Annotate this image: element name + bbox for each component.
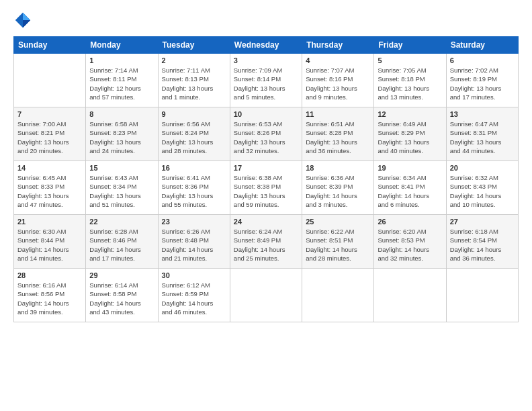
calendar-cell: 11Sunrise: 6:51 AM Sunset: 8:28 PM Dayli… <box>302 107 374 161</box>
day-info: Sunrise: 7:09 AM Sunset: 8:14 PM Dayligh… <box>234 66 298 101</box>
calendar-cell: 7Sunrise: 7:00 AM Sunset: 8:21 PM Daylig… <box>14 107 86 161</box>
column-header-sunday: Sunday <box>14 37 86 54</box>
day-number: 20 <box>450 164 515 172</box>
day-info: Sunrise: 7:00 AM Sunset: 8:21 PM Dayligh… <box>17 120 82 155</box>
day-number: 9 <box>162 110 226 118</box>
calendar-cell: 19Sunrise: 6:34 AM Sunset: 8:41 PM Dayli… <box>374 161 446 215</box>
calendar-cell: 21Sunrise: 6:30 AM Sunset: 8:44 PM Dayli… <box>14 215 86 269</box>
calendar-table: SundayMondayTuesdayWednesdayThursdayFrid… <box>13 36 519 322</box>
calendar-cell: 27Sunrise: 6:18 AM Sunset: 8:54 PM Dayli… <box>446 215 518 269</box>
calendar-cell: 28Sunrise: 6:16 AM Sunset: 8:56 PM Dayli… <box>14 269 86 322</box>
day-info: Sunrise: 6:30 AM Sunset: 8:44 PM Dayligh… <box>17 227 82 263</box>
column-header-friday: Friday <box>374 37 446 54</box>
day-number: 23 <box>162 218 226 226</box>
day-number: 1 <box>89 56 154 64</box>
calendar-cell <box>14 54 86 107</box>
day-info: Sunrise: 6:24 AM Sunset: 8:49 PM Dayligh… <box>234 227 298 263</box>
calendar-week-4: 21Sunrise: 6:30 AM Sunset: 8:44 PM Dayli… <box>14 215 519 269</box>
day-number: 12 <box>378 110 442 118</box>
day-number: 21 <box>17 218 82 226</box>
logo <box>13 11 35 30</box>
svg-marker-1 <box>23 13 30 20</box>
day-info: Sunrise: 6:26 AM Sunset: 8:48 PM Dayligh… <box>162 227 226 263</box>
calendar-header-row: SundayMondayTuesdayWednesdayThursdayFrid… <box>14 37 519 54</box>
day-info: Sunrise: 6:36 AM Sunset: 8:39 PM Dayligh… <box>306 173 370 209</box>
day-number: 28 <box>17 271 82 279</box>
calendar-cell: 13Sunrise: 6:47 AM Sunset: 8:31 PM Dayli… <box>446 107 518 161</box>
day-info: Sunrise: 7:14 AM Sunset: 8:11 PM Dayligh… <box>89 66 154 101</box>
calendar-cell: 9Sunrise: 6:56 AM Sunset: 8:24 PM Daylig… <box>158 107 230 161</box>
calendar-cell: 24Sunrise: 6:24 AM Sunset: 8:49 PM Dayli… <box>230 215 302 269</box>
calendar-cell: 23Sunrise: 6:26 AM Sunset: 8:48 PM Dayli… <box>158 215 230 269</box>
calendar-cell <box>374 269 446 322</box>
calendar-cell: 15Sunrise: 6:43 AM Sunset: 8:34 PM Dayli… <box>86 161 158 215</box>
day-info: Sunrise: 7:05 AM Sunset: 8:18 PM Dayligh… <box>378 66 442 101</box>
day-info: Sunrise: 7:07 AM Sunset: 8:16 PM Dayligh… <box>306 66 370 101</box>
day-info: Sunrise: 6:47 AM Sunset: 8:31 PM Dayligh… <box>450 120 515 155</box>
day-number: 29 <box>89 271 154 279</box>
calendar-cell: 29Sunrise: 6:14 AM Sunset: 8:58 PM Dayli… <box>86 269 158 322</box>
day-number: 6 <box>450 56 515 64</box>
calendar-week-2: 7Sunrise: 7:00 AM Sunset: 8:21 PM Daylig… <box>14 107 519 161</box>
day-number: 7 <box>17 110 82 118</box>
calendar-cell <box>302 269 374 322</box>
day-number: 5 <box>378 56 442 64</box>
day-info: Sunrise: 6:28 AM Sunset: 8:46 PM Dayligh… <box>89 227 154 263</box>
calendar-cell: 4Sunrise: 7:07 AM Sunset: 8:16 PM Daylig… <box>302 54 374 107</box>
day-info: Sunrise: 6:56 AM Sunset: 8:24 PM Dayligh… <box>162 120 226 155</box>
day-number: 14 <box>17 164 82 172</box>
calendar-cell: 16Sunrise: 6:41 AM Sunset: 8:36 PM Dayli… <box>158 161 230 215</box>
calendar-cell: 26Sunrise: 6:20 AM Sunset: 8:53 PM Dayli… <box>374 215 446 269</box>
calendar-cell: 20Sunrise: 6:32 AM Sunset: 8:43 PM Dayli… <box>446 161 518 215</box>
day-number: 4 <box>306 56 370 64</box>
day-number: 22 <box>89 218 154 226</box>
day-number: 15 <box>89 164 154 172</box>
calendar-cell: 14Sunrise: 6:45 AM Sunset: 8:33 PM Dayli… <box>14 161 86 215</box>
calendar-cell: 22Sunrise: 6:28 AM Sunset: 8:46 PM Dayli… <box>86 215 158 269</box>
column-header-tuesday: Tuesday <box>158 37 230 54</box>
day-number: 8 <box>89 110 154 118</box>
calendar-cell: 8Sunrise: 6:58 AM Sunset: 8:23 PM Daylig… <box>86 107 158 161</box>
day-number: 2 <box>162 56 226 64</box>
day-info: Sunrise: 6:53 AM Sunset: 8:26 PM Dayligh… <box>234 120 298 155</box>
column-header-monday: Monday <box>86 37 158 54</box>
calendar-week-1: 1Sunrise: 7:14 AM Sunset: 8:11 PM Daylig… <box>14 54 519 107</box>
day-number: 13 <box>450 110 515 118</box>
day-number: 18 <box>306 164 370 172</box>
day-info: Sunrise: 6:34 AM Sunset: 8:41 PM Dayligh… <box>378 173 442 209</box>
day-number: 10 <box>234 110 298 118</box>
calendar-cell: 30Sunrise: 6:12 AM Sunset: 8:59 PM Dayli… <box>158 269 230 322</box>
column-header-wednesday: Wednesday <box>230 37 302 54</box>
day-info: Sunrise: 6:45 AM Sunset: 8:33 PM Dayligh… <box>17 173 82 209</box>
header <box>13 11 519 30</box>
calendar-cell: 10Sunrise: 6:53 AM Sunset: 8:26 PM Dayli… <box>230 107 302 161</box>
page: SundayMondayTuesdayWednesdayThursdayFrid… <box>0 0 532 411</box>
day-info: Sunrise: 6:43 AM Sunset: 8:34 PM Dayligh… <box>89 173 154 209</box>
day-number: 26 <box>378 218 442 226</box>
day-info: Sunrise: 6:20 AM Sunset: 8:53 PM Dayligh… <box>378 227 442 263</box>
svg-marker-2 <box>23 20 30 28</box>
calendar-cell: 2Sunrise: 7:11 AM Sunset: 8:13 PM Daylig… <box>158 54 230 107</box>
day-info: Sunrise: 6:14 AM Sunset: 8:58 PM Dayligh… <box>89 281 154 316</box>
calendar-cell: 5Sunrise: 7:05 AM Sunset: 8:18 PM Daylig… <box>374 54 446 107</box>
calendar-cell: 3Sunrise: 7:09 AM Sunset: 8:14 PM Daylig… <box>230 54 302 107</box>
day-number: 17 <box>234 164 298 172</box>
calendar-cell: 25Sunrise: 6:22 AM Sunset: 8:51 PM Dayli… <box>302 215 374 269</box>
calendar-cell: 18Sunrise: 6:36 AM Sunset: 8:39 PM Dayli… <box>302 161 374 215</box>
day-info: Sunrise: 6:16 AM Sunset: 8:56 PM Dayligh… <box>17 281 82 316</box>
calendar-cell: 12Sunrise: 6:49 AM Sunset: 8:29 PM Dayli… <box>374 107 446 161</box>
day-info: Sunrise: 6:12 AM Sunset: 8:59 PM Dayligh… <box>162 281 226 316</box>
day-number: 27 <box>450 218 515 226</box>
day-number: 3 <box>234 56 298 64</box>
calendar-week-3: 14Sunrise: 6:45 AM Sunset: 8:33 PM Dayli… <box>14 161 519 215</box>
day-number: 11 <box>306 110 370 118</box>
day-number: 19 <box>378 164 442 172</box>
day-info: Sunrise: 6:22 AM Sunset: 8:51 PM Dayligh… <box>306 227 370 263</box>
day-info: Sunrise: 7:11 AM Sunset: 8:13 PM Dayligh… <box>162 66 226 101</box>
day-number: 25 <box>306 218 370 226</box>
column-header-thursday: Thursday <box>302 37 374 54</box>
day-info: Sunrise: 7:02 AM Sunset: 8:19 PM Dayligh… <box>450 66 515 101</box>
day-info: Sunrise: 6:18 AM Sunset: 8:54 PM Dayligh… <box>450 227 515 263</box>
day-info: Sunrise: 6:41 AM Sunset: 8:36 PM Dayligh… <box>162 173 226 209</box>
calendar-cell: 6Sunrise: 7:02 AM Sunset: 8:19 PM Daylig… <box>446 54 518 107</box>
